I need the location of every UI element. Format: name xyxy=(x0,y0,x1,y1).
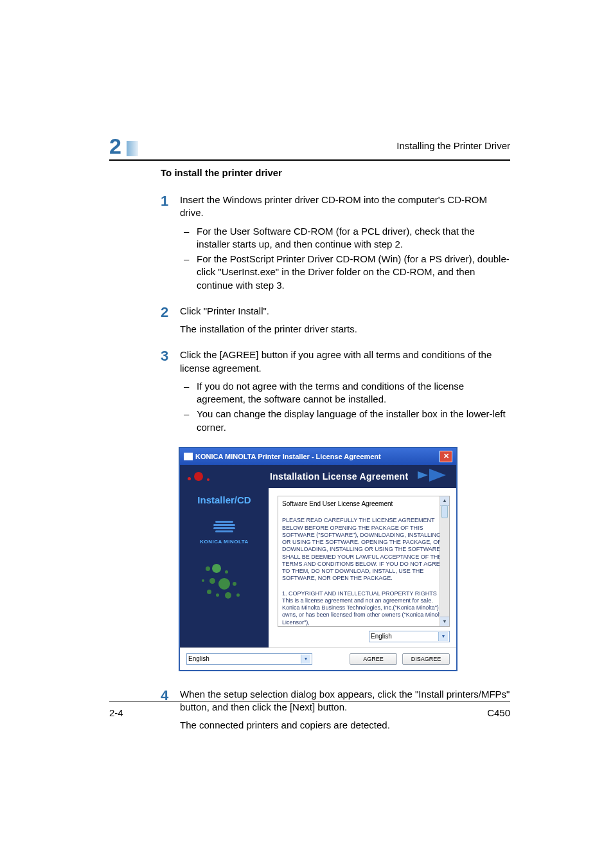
scroll-up-icon[interactable]: ▲ xyxy=(440,496,449,506)
installer-language-select[interactable]: English ▾ xyxy=(186,653,312,665)
sidebar-title: Installer/CD xyxy=(182,494,266,505)
step-bullet: For the PostScript Printer Driver CD-ROM… xyxy=(197,253,510,292)
content-language-select[interactable]: English ▾ xyxy=(369,631,450,642)
dialog-banner: Installation License Agreement xyxy=(180,465,456,488)
installer-dialog: KONICA MINOLTA Printer Installer - Licen… xyxy=(179,447,458,671)
eula-paragraph: 1. COPYRIGHT AND INTELLECTUAL PROPERTY R… xyxy=(282,590,445,626)
close-icon[interactable]: ✕ xyxy=(440,451,452,462)
chevron-down-icon: ▾ xyxy=(438,632,448,641)
chapter-number: 2 xyxy=(109,134,121,159)
step-bullet: If you do not agree with the terms and c… xyxy=(197,380,510,406)
dialog-sidebar: Installer/CD KONICA MINOLTA xyxy=(180,488,269,647)
dialog-footer: English ▾ AGREE DISAGREE xyxy=(180,647,456,670)
scroll-thumb[interactable] xyxy=(441,505,448,518)
eula-paragraph: PLEASE READ CAREFULLY THE LICENSE AGREEM… xyxy=(282,517,445,582)
step-text: The installation of the printer driver s… xyxy=(180,323,510,336)
running-header: Installing the Printer Driver xyxy=(396,140,510,151)
step-text: Click "Printer Install". xyxy=(180,305,510,318)
eula-title: Software End User License Agreement xyxy=(282,500,445,509)
step-number: 2 xyxy=(161,305,180,341)
scroll-down-icon[interactable]: ▼ xyxy=(440,617,449,626)
section-heading: To install the printer driver xyxy=(161,167,510,178)
eula-textbox[interactable]: Software End User License Agreement PLEA… xyxy=(278,496,450,627)
dialog-titlebar[interactable]: KONICA MINOLTA Printer Installer - Licen… xyxy=(180,448,456,465)
banner-text: Installation License Agreement xyxy=(270,471,408,482)
chevron-down-icon: ▾ xyxy=(301,655,310,664)
footer-rule xyxy=(109,701,510,701)
step-text: The connected printers and copiers are d… xyxy=(180,719,510,732)
step-text: Insert the Windows printer driver CD-ROM… xyxy=(180,194,510,220)
select-value: English xyxy=(188,655,209,662)
model-number: C450 xyxy=(487,707,510,718)
step-number: 1 xyxy=(161,194,180,297)
step-bullet: For the User Software CD-ROM (for a PCL … xyxy=(197,225,510,251)
scrollbar[interactable]: ▲ ▼ xyxy=(440,496,449,626)
agree-button[interactable]: AGREE xyxy=(350,653,397,665)
step-number: 3 xyxy=(161,348,180,439)
step-bullet: You can change the display language of t… xyxy=(197,408,510,434)
decorative-bubbles-icon xyxy=(202,564,247,602)
chapter-accent-bar xyxy=(127,141,138,156)
app-icon xyxy=(184,453,193,460)
disagree-button[interactable]: DISAGREE xyxy=(402,653,450,665)
dialog-title-text: KONICA MINOLTA Printer Installer - Licen… xyxy=(195,453,381,460)
header-rule xyxy=(109,159,510,161)
step-text: Click the [AGREE] button if you agree wi… xyxy=(180,348,510,375)
brand-text: KONICA MINOLTA xyxy=(182,539,266,545)
arrow-icon xyxy=(418,469,446,482)
konica-minolta-logo-icon xyxy=(213,521,235,535)
page-number: 2-4 xyxy=(109,707,123,718)
select-value: English xyxy=(371,633,392,640)
